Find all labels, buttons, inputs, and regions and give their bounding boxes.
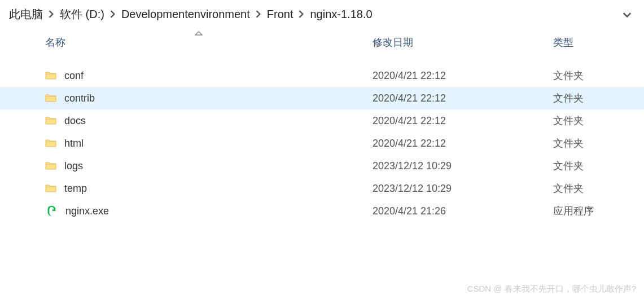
folder-icon — [45, 183, 56, 194]
file-date: 2023/12/12 10:29 — [373, 183, 553, 195]
file-name: conf — [64, 70, 84, 82]
file-row[interactable]: conf2020/4/21 22:12文件夹 — [0, 64, 644, 87]
file-name-cell: temp — [0, 183, 373, 195]
file-date: 2020/4/21 22:12 — [373, 93, 553, 104]
file-name: nginx.exe — [65, 205, 109, 217]
chevron-right-icon[interactable] — [49, 10, 54, 18]
breadcrumb-item-nginx[interactable]: nginx-1.18.0 — [310, 8, 372, 21]
file-list: conf2020/4/21 22:12文件夹contrib2020/4/21 2… — [0, 64, 644, 222]
file-row[interactable]: contrib2020/4/21 22:12文件夹 — [0, 87, 644, 109]
chevron-down-icon[interactable] — [619, 8, 635, 21]
application-icon — [45, 205, 58, 217]
sort-ascending-icon — [195, 28, 203, 37]
file-type: 文件夹 — [553, 159, 632, 173]
file-name: temp — [64, 183, 87, 195]
file-date: 2020/4/21 21:26 — [373, 205, 553, 217]
file-type: 文件夹 — [553, 137, 632, 150]
file-type: 文件夹 — [553, 69, 632, 82]
column-header-date[interactable]: 修改日期 — [373, 36, 553, 49]
file-date: 2023/12/12 10:29 — [373, 160, 553, 172]
file-name-cell: docs — [0, 115, 373, 127]
file-name: docs — [64, 115, 86, 127]
file-name-cell: html — [0, 138, 373, 150]
file-row[interactable]: docs2020/4/21 22:12文件夹 — [0, 109, 644, 132]
column-header-type[interactable]: 类型 — [553, 36, 632, 49]
file-name: logs — [64, 160, 83, 172]
file-name-cell: conf — [0, 70, 373, 82]
folder-icon — [45, 71, 56, 81]
file-date: 2020/4/21 22:12 — [373, 115, 553, 127]
watermark-text: CSDN @ 春来我不先开口，哪个虫儿敢作声? — [467, 284, 636, 294]
file-type: 应用程序 — [553, 204, 632, 218]
file-name-cell: contrib — [0, 93, 373, 104]
folder-icon — [45, 138, 56, 148]
file-name-cell: logs — [0, 160, 373, 172]
folder-icon — [45, 116, 56, 126]
file-row[interactable]: logs2023/12/12 10:29文件夹 — [0, 155, 644, 177]
breadcrumb-item-drive-d[interactable]: 软件 (D:) — [60, 7, 104, 22]
file-type: 文件夹 — [553, 114, 632, 127]
file-date: 2020/4/21 22:12 — [373, 70, 553, 82]
breadcrumb: 此电脑 软件 (D:) Developmentenvironment Front… — [0, 0, 644, 28]
chevron-right-icon[interactable] — [299, 10, 304, 18]
chevron-right-icon[interactable] — [110, 10, 116, 18]
file-date: 2020/4/21 22:12 — [373, 138, 553, 150]
folder-icon — [45, 93, 56, 103]
file-row[interactable]: html2020/4/21 22:12文件夹 — [0, 132, 644, 155]
file-type: 文件夹 — [553, 182, 632, 195]
column-header-row: 名称 修改日期 类型 — [0, 28, 644, 56]
breadcrumb-item-front[interactable]: Front — [267, 8, 293, 21]
chevron-right-icon[interactable] — [256, 10, 261, 18]
breadcrumb-item-this-pc[interactable]: 此电脑 — [9, 7, 43, 22]
file-row[interactable]: temp2023/12/12 10:29文件夹 — [0, 177, 644, 200]
folder-icon — [45, 161, 56, 171]
file-name: html — [64, 138, 84, 150]
breadcrumb-item-developmentenvironment[interactable]: Developmentenvironment — [121, 8, 250, 21]
file-row[interactable]: nginx.exe2020/4/21 21:26应用程序 — [0, 200, 644, 222]
file-type: 文件夹 — [553, 91, 632, 105]
column-header-name[interactable]: 名称 — [0, 36, 373, 49]
file-name: contrib — [64, 93, 95, 104]
file-name-cell: nginx.exe — [0, 205, 373, 217]
